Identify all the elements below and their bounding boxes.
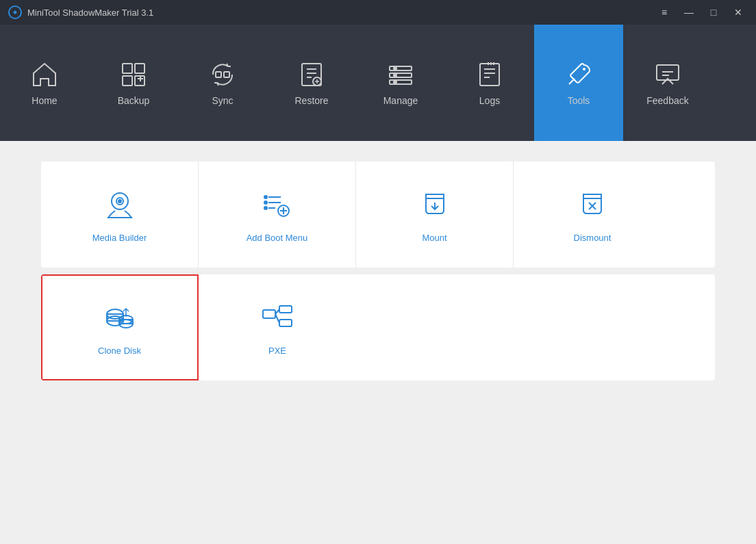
titlebar-title: MiniTool ShadowMaker Trial 3.1 — [27, 8, 153, 18]
svg-point-12 — [394, 67, 396, 70]
tool-grid: Media Builder Add Boot Menu — [41, 161, 715, 380]
nav-backup-label: Backup — [118, 95, 150, 106]
maximize-button[interactable]: □ — [704, 5, 723, 20]
svg-point-20 — [118, 200, 121, 203]
nav-tools-label: Tools — [568, 95, 590, 106]
svg-rect-40 — [279, 320, 292, 326]
svg-point-16 — [583, 68, 585, 70]
titlebar-left: MiniTool ShadowMaker Trial 3.1 — [8, 5, 153, 19]
nav-manage-label: Manage — [383, 95, 418, 106]
nav-restore-label: Restore — [294, 95, 328, 106]
restore-icon — [297, 60, 327, 90]
svg-rect-6 — [224, 72, 229, 77]
backup-icon — [118, 60, 149, 90]
main-content: Media Builder Add Boot Menu — [0, 141, 756, 544]
pxe-icon — [259, 299, 296, 336]
tool-mount[interactable]: Mount — [356, 161, 514, 268]
svg-rect-15 — [480, 64, 499, 86]
dismount-icon — [574, 186, 611, 223]
svg-rect-10 — [390, 73, 412, 77]
svg-line-42 — [275, 314, 279, 323]
add-boot-menu-icon — [259, 186, 296, 223]
tool-add-boot-menu-label: Add Boot Menu — [247, 233, 308, 243]
tool-add-boot-menu[interactable]: Add Boot Menu — [199, 161, 356, 268]
nav-sync-label: Sync — [212, 95, 233, 106]
tool-pxe[interactable]: PXE — [199, 274, 356, 380]
nav-backup[interactable]: Backup — [89, 25, 178, 141]
close-button[interactable]: ✕ — [729, 5, 748, 20]
sync-icon — [207, 60, 238, 90]
nav-logs-label: Logs — [479, 95, 500, 106]
svg-rect-38 — [263, 310, 275, 318]
feedback-icon — [653, 60, 683, 90]
clone-disk-icon — [101, 299, 138, 336]
app-logo-icon — [8, 5, 22, 19]
nav-manage[interactable]: Manage — [356, 25, 445, 141]
logs-icon — [475, 60, 505, 90]
tool-pxe-label: PXE — [268, 346, 286, 356]
svg-point-14 — [394, 81, 396, 83]
titlebar-controls: ≡ — □ ✕ — [655, 5, 748, 20]
svg-rect-39 — [279, 306, 292, 313]
nav-restore[interactable]: Restore — [267, 25, 356, 141]
minimize-button[interactable]: — — [679, 5, 698, 20]
nav-logs[interactable]: Logs — [445, 25, 534, 141]
tool-row-1: Media Builder Add Boot Menu — [41, 161, 715, 268]
svg-point-29 — [264, 207, 267, 209]
titlebar: MiniTool ShadowMaker Trial 3.1 ≡ — □ ✕ — [0, 0, 756, 25]
tool-row-2: Clone Disk PXE — [41, 274, 715, 380]
manage-icon — [386, 60, 416, 90]
mount-icon — [416, 186, 453, 223]
tool-mount-label: Mount — [422, 233, 446, 243]
navbar: Home Backup Sync Restor — [0, 25, 756, 141]
tools-icon — [564, 60, 594, 90]
svg-rect-5 — [216, 72, 221, 77]
tool-clone-disk-label: Clone Disk — [98, 346, 141, 356]
nav-home-label: Home — [32, 95, 57, 106]
svg-point-27 — [264, 196, 267, 198]
nav-feedback-label: Feedback — [646, 95, 688, 106]
svg-rect-11 — [390, 80, 412, 84]
svg-rect-2 — [135, 64, 144, 73]
nav-sync[interactable]: Sync — [178, 25, 267, 141]
menu-button[interactable]: ≡ — [655, 5, 674, 20]
svg-rect-3 — [123, 76, 132, 86]
nav-feedback[interactable]: Feedback — [623, 25, 712, 141]
tool-clone-disk[interactable]: Clone Disk — [41, 274, 199, 380]
media-builder-icon — [101, 186, 138, 223]
tool-dismount[interactable]: Dismount — [514, 161, 671, 268]
svg-point-13 — [394, 74, 396, 77]
tool-dismount-label: Dismount — [574, 233, 612, 243]
nav-home[interactable]: Home — [0, 25, 89, 141]
svg-rect-9 — [390, 66, 412, 70]
nav-tools[interactable]: Tools — [534, 25, 623, 141]
svg-rect-1 — [123, 64, 132, 73]
tool-media-builder-label: Media Builder — [92, 233, 147, 243]
svg-point-28 — [264, 201, 267, 204]
tool-media-builder[interactable]: Media Builder — [41, 161, 199, 268]
home-icon — [29, 60, 60, 90]
